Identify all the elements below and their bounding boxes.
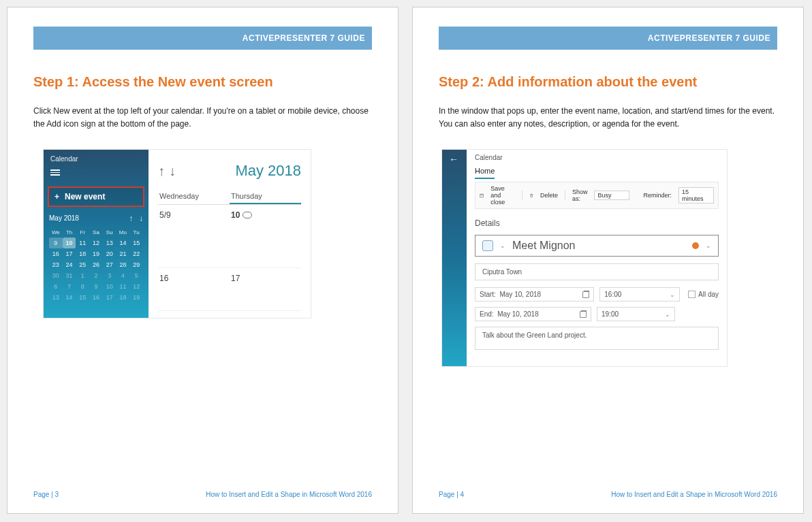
page-2: ACTIVEPRESENTER 7 GUIDE Step 2: Add info… bbox=[412, 7, 804, 514]
mini-day[interactable]: 11 bbox=[76, 238, 89, 248]
notes-field[interactable]: Talk about the Green Land project. bbox=[475, 327, 719, 350]
thursday-header: Thursday bbox=[230, 189, 301, 204]
mini-day[interactable]: 10 bbox=[103, 281, 116, 292]
calendar-color-icon[interactable] bbox=[482, 240, 493, 251]
mini-day[interactable]: 9 bbox=[49, 238, 63, 248]
mini-day[interactable]: 2 bbox=[89, 270, 103, 281]
all-day-checkbox[interactable]: All day bbox=[685, 287, 719, 301]
plus-icon: + bbox=[54, 192, 59, 201]
next-arrow-icon[interactable]: ↓ bbox=[169, 163, 180, 178]
back-icon[interactable]: ← bbox=[442, 150, 467, 169]
mini-day[interactable]: 15 bbox=[129, 238, 143, 248]
reminder-select[interactable]: 15 minutes bbox=[678, 187, 714, 203]
mini-day[interactable]: 13 bbox=[103, 238, 116, 248]
mini-month: May 2018 ↑ ↓ WeThFrSaSuMoTu9101112131415… bbox=[44, 214, 149, 308]
wednesday-header: Wednesday bbox=[158, 189, 230, 204]
mini-day[interactable]: 13 bbox=[49, 292, 63, 303]
showas-select[interactable]: Busy bbox=[594, 191, 629, 200]
mini-day[interactable]: 28 bbox=[116, 259, 130, 270]
mini-day[interactable]: 4 bbox=[116, 270, 130, 281]
details-label: Details bbox=[475, 218, 719, 228]
mini-day[interactable]: 17 bbox=[63, 248, 76, 259]
mini-day[interactable]: 22 bbox=[129, 248, 143, 259]
step1-heading: Step 1: Access the New event screen bbox=[33, 74, 372, 90]
end-date-field[interactable]: End: May 10, 2018 bbox=[475, 307, 591, 321]
footer-doc-title: How to Insert and Edit a Shape in Micros… bbox=[206, 491, 372, 498]
date-cell-today[interactable]: 10 bbox=[230, 205, 301, 267]
hamburger-icon[interactable] bbox=[50, 168, 60, 177]
mini-day[interactable]: 16 bbox=[89, 292, 103, 303]
down-arrow-icon[interactable]: ↓ bbox=[139, 214, 143, 223]
mini-day[interactable]: 15 bbox=[76, 292, 89, 303]
page-number: Page | 3 bbox=[33, 491, 59, 498]
mini-day[interactable]: 26 bbox=[89, 259, 103, 270]
prev-arrow-icon[interactable]: ↑ bbox=[158, 163, 169, 178]
mini-day[interactable]: 24 bbox=[63, 259, 76, 270]
mini-day[interactable]: 12 bbox=[129, 281, 143, 292]
app-title: Calendar bbox=[475, 154, 719, 161]
mini-day[interactable]: 18 bbox=[116, 292, 130, 303]
mini-day[interactable]: 19 bbox=[89, 248, 103, 259]
calendar-screenshot: Calendar + New event May 2018 ↑ ↓ WeThFr… bbox=[43, 149, 311, 319]
step2-heading: Step 2: Add information about the event bbox=[439, 74, 777, 90]
mini-day[interactable]: 10 bbox=[63, 238, 76, 248]
mini-day[interactable]: 12 bbox=[89, 238, 103, 248]
reminder-label: Reminder: bbox=[643, 192, 672, 199]
new-event-button[interactable]: + New event bbox=[48, 186, 144, 207]
mini-month-label: May 2018 bbox=[49, 214, 79, 222]
category-dot-icon[interactable] bbox=[692, 242, 699, 249]
mini-day[interactable]: 31 bbox=[63, 270, 76, 281]
mini-day[interactable]: 16 bbox=[49, 248, 63, 259]
mini-dow: Su bbox=[103, 227, 116, 238]
location-field[interactable]: Ciputra Town bbox=[475, 263, 719, 280]
mini-day[interactable]: 14 bbox=[63, 292, 76, 303]
mini-day[interactable]: 11 bbox=[116, 281, 130, 292]
save-button[interactable]: Save and close bbox=[490, 185, 514, 206]
start-date-field[interactable]: Start: May 10, 2018 bbox=[475, 287, 594, 301]
date-cell[interactable]: 16 bbox=[158, 268, 230, 310]
mini-day[interactable]: 25 bbox=[76, 259, 89, 270]
mini-day[interactable]: 6 bbox=[49, 281, 63, 292]
mini-day[interactable]: 23 bbox=[49, 259, 63, 270]
chevron-down-icon[interactable]: ⌄ bbox=[706, 242, 711, 249]
banner: ACTIVEPRESENTER 7 GUIDE bbox=[33, 27, 372, 50]
up-arrow-icon[interactable]: ↑ bbox=[129, 214, 133, 223]
calendar-icon bbox=[580, 311, 587, 318]
cloud-icon bbox=[243, 212, 252, 218]
mini-day[interactable]: 20 bbox=[103, 248, 116, 259]
mini-day[interactable]: 27 bbox=[103, 259, 116, 270]
mini-day[interactable]: 30 bbox=[49, 270, 63, 281]
svg-rect-0 bbox=[480, 194, 484, 197]
mini-day[interactable]: 14 bbox=[116, 238, 130, 248]
calendar-icon bbox=[582, 291, 589, 298]
mini-day[interactable]: 18 bbox=[76, 248, 89, 259]
calendar-main: ↑↓ May 2018 Wednesday Thursday 5/9 10 16… bbox=[149, 150, 311, 318]
mini-day[interactable]: 8 bbox=[76, 281, 89, 292]
event-name-field[interactable]: ⌄ Meet Mignon ⌄ bbox=[475, 235, 719, 257]
tab-home[interactable]: Home bbox=[475, 167, 495, 179]
event-sidebar: ← bbox=[442, 150, 467, 366]
delete-button[interactable]: Delete bbox=[540, 192, 558, 199]
banner: ACTIVEPRESENTER 7 GUIDE bbox=[439, 27, 777, 50]
mini-day[interactable]: 21 bbox=[116, 248, 130, 259]
mini-day[interactable]: 1 bbox=[76, 270, 89, 281]
footer: Page | 4 How to Insert and Edit a Shape … bbox=[439, 491, 777, 498]
date-cell[interactable]: 17 bbox=[230, 268, 301, 310]
mini-day[interactable]: 7 bbox=[63, 281, 76, 292]
mini-day[interactable]: 5 bbox=[129, 270, 143, 281]
date-cell[interactable]: 5/9 bbox=[158, 205, 230, 267]
calendar-sidepanel: Calendar + New event May 2018 ↑ ↓ WeThFr… bbox=[44, 150, 149, 318]
chevron-down-icon[interactable]: ⌄ bbox=[500, 242, 505, 249]
mini-dow: Tu bbox=[129, 227, 143, 238]
step2-body: In the window that pops up, enter the ev… bbox=[439, 105, 777, 130]
mini-day[interactable]: 19 bbox=[129, 292, 143, 303]
start-time-field[interactable]: 16:00 ⌄ bbox=[599, 287, 680, 301]
save-icon bbox=[480, 192, 484, 199]
mini-day[interactable]: 9 bbox=[89, 281, 103, 292]
footer-doc-title: How to Insert and Edit a Shape in Micros… bbox=[611, 491, 777, 498]
mini-dow: We bbox=[49, 227, 63, 238]
mini-day[interactable]: 29 bbox=[129, 259, 143, 270]
mini-day[interactable]: 3 bbox=[103, 270, 116, 281]
end-time-field[interactable]: 19:00 ⌄ bbox=[597, 307, 675, 321]
mini-day[interactable]: 17 bbox=[103, 292, 116, 303]
